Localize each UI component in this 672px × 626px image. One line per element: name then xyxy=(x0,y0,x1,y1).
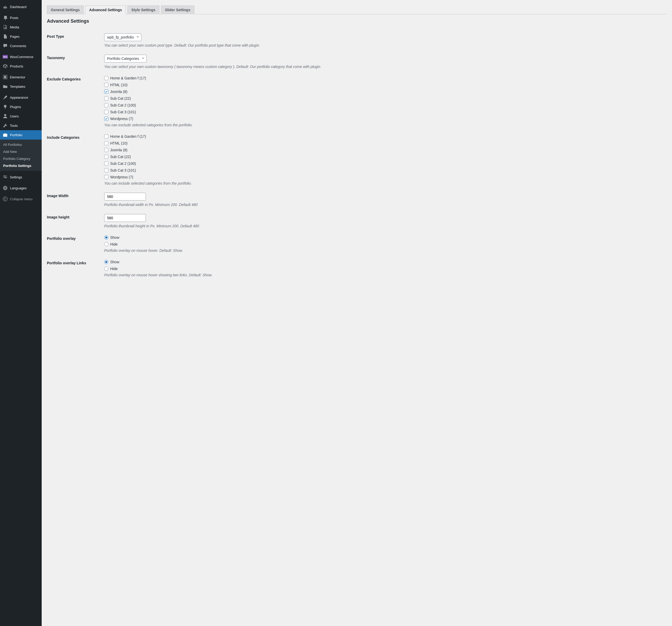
sidebar-item-settings[interactable]: Settings xyxy=(0,172,42,182)
taxonomy-value: Portfolio Categories xyxy=(107,56,139,61)
exclude-checkbox[interactable] xyxy=(104,103,109,107)
image-width-desc: Portfolio thumbnail width in Px. Minimum… xyxy=(104,202,667,207)
sidebar-item-users[interactable]: Users xyxy=(0,112,42,121)
overlay-radio-label: Hide xyxy=(110,242,118,246)
sidebar-item-dashboard[interactable]: Dashboard xyxy=(0,2,42,11)
sidebar-item-label: Dashboard xyxy=(10,5,27,9)
include-checkbox[interactable] xyxy=(104,155,109,159)
include-checkbox-label: HTML (10) xyxy=(110,141,127,145)
sidebar-item-label: Posts xyxy=(10,16,19,20)
include-checkbox-row[interactable]: Wordpress (7) xyxy=(104,175,667,179)
exclude-checkbox[interactable] xyxy=(104,96,109,100)
exclude-checkbox[interactable] xyxy=(104,110,109,114)
include-checkbox[interactable] xyxy=(104,135,109,139)
sidebar-item-plugins[interactable]: Plugins xyxy=(0,102,42,112)
submenu-item-add-new[interactable]: Add New xyxy=(0,148,42,155)
post-type-select[interactable]: wpb_fp_portfolio xyxy=(104,33,141,41)
sidebar-item-languages[interactable]: Languages xyxy=(0,183,42,193)
dashboard-icon xyxy=(3,4,8,9)
overlay-radio-row[interactable]: Hide xyxy=(104,242,667,246)
exclude-checkbox[interactable] xyxy=(104,117,109,121)
tab-general-settings[interactable]: General Settings xyxy=(47,5,83,14)
include-checkbox-row[interactable]: Sub Cat 2 (100) xyxy=(104,162,667,166)
page-title: Advanced Settings xyxy=(47,19,667,24)
include-desc: You can include selected categories from… xyxy=(104,181,667,186)
include-checkbox-row[interactable]: Joomla (8) xyxy=(104,148,667,152)
include-checkbox[interactable] xyxy=(104,175,109,179)
sidebar-item-media[interactable]: Media xyxy=(0,22,42,32)
exclude-label: Exclude Categories xyxy=(47,76,104,127)
include-checkbox-row[interactable]: Sub Cat 3 (101) xyxy=(104,168,667,172)
exclude-checkbox-row[interactable]: HTML (10) xyxy=(104,83,667,87)
overlay-radio[interactable] xyxy=(104,235,109,240)
post-type-label: Post Type xyxy=(47,33,104,47)
exclude-checkbox-label: Sub Cat 2 (100) xyxy=(110,103,136,107)
include-checkbox[interactable] xyxy=(104,168,109,172)
exclude-checkbox[interactable] xyxy=(104,76,109,80)
taxonomy-select[interactable]: Portfolio Categories xyxy=(104,55,147,63)
include-checkbox-row[interactable]: Home & Garden f (17) xyxy=(104,135,667,139)
sidebar-item-label: WooCommerce xyxy=(10,55,33,59)
sidebar-item-portfolio[interactable]: Portfolio xyxy=(0,130,42,140)
include-checkbox[interactable] xyxy=(104,162,109,166)
exclude-checkbox-row[interactable]: Home & Garden f (17) xyxy=(104,76,667,80)
exclude-checkbox-row[interactable]: Sub Cat 2 (100) xyxy=(104,103,667,107)
exclude-checkbox-row[interactable]: Wordpress (7) xyxy=(104,117,667,121)
pages-icon xyxy=(3,34,8,39)
include-checkbox-row[interactable]: Sub Cat (22) xyxy=(104,155,667,159)
sidebar-item-label: Portfolio xyxy=(10,133,22,137)
admin-sidebar: DashboardPostsMediaPagesCommentsWooWooCo… xyxy=(0,0,42,626)
exclude-checkbox-label: Wordpress (7) xyxy=(110,117,133,121)
sidebar-item-elementor[interactable]: EElementor xyxy=(0,72,42,82)
overlay-radio-row[interactable]: Show xyxy=(104,235,667,240)
overlay-radio[interactable] xyxy=(104,242,109,246)
tab-advanced-settings[interactable]: Advanced Settings xyxy=(85,5,126,14)
submenu-item-portfolio-settings[interactable]: Portfolio Settings xyxy=(0,162,42,169)
post-type-value: wpb_fp_portfolio xyxy=(107,35,134,39)
image-width-label: Image Width xyxy=(47,193,104,207)
tab-slider-settings[interactable]: Slider Settings xyxy=(161,5,194,14)
overlay-links-radio[interactable] xyxy=(104,260,109,264)
include-checkbox-row[interactable]: HTML (10) xyxy=(104,141,667,145)
include-checkbox-label: Wordpress (7) xyxy=(110,175,133,179)
collapse-menu-button[interactable]: Collapse menu xyxy=(0,194,42,203)
exclude-checkbox[interactable] xyxy=(104,83,109,87)
sidebar-item-pages[interactable]: Pages xyxy=(0,32,42,41)
sidebar-item-templates[interactable]: Templates xyxy=(0,82,42,91)
sidebar-item-label: Tools xyxy=(10,124,18,127)
exclude-checkbox-row[interactable]: Sub Cat (22) xyxy=(104,96,667,100)
overlay-radio-label: Show xyxy=(110,235,119,240)
collapse-label: Collapse menu xyxy=(10,197,32,201)
sidebar-item-label: Templates xyxy=(10,85,25,89)
overlay-desc: Portfolio overlay on mouse hover. Defaul… xyxy=(104,248,667,252)
exclude-checkbox-row[interactable]: Joomla (8) xyxy=(104,90,667,94)
include-checkbox-label: Sub Cat 3 (101) xyxy=(110,168,136,172)
exclude-checkbox[interactable] xyxy=(104,90,109,94)
sidebar-item-label: Settings xyxy=(10,175,22,179)
overlay-links-radio-row[interactable]: Hide xyxy=(104,267,667,271)
sidebar-item-tools[interactable]: Tools xyxy=(0,121,42,130)
portfolio-submenu: All PortfoliosAdd NewPortfolio CategoryP… xyxy=(0,140,42,171)
sidebar-item-products[interactable]: Products xyxy=(0,62,42,71)
sidebar-item-label: Elementor xyxy=(10,75,25,79)
sidebar-item-appearance[interactable]: Appearance xyxy=(0,93,42,102)
overlay-links-radio[interactable] xyxy=(104,267,109,271)
include-checkbox[interactable] xyxy=(104,148,109,152)
submenu-item-portfolio-category[interactable]: Portfolio Category xyxy=(0,155,42,162)
include-checkbox-label: Joomla (8) xyxy=(110,148,127,152)
image-height-input[interactable] xyxy=(104,214,146,222)
exclude-checkbox-row[interactable]: Sub Cat 3 (101) xyxy=(104,110,667,114)
woo-icon: Woo xyxy=(3,54,8,59)
folder-icon xyxy=(3,84,8,89)
main-content: General SettingsAdvanced SettingsStyle S… xyxy=(42,0,672,626)
tab-style-settings[interactable]: Style Settings xyxy=(127,5,160,14)
sidebar-item-woocommerce[interactable]: WooWooCommerce xyxy=(0,52,42,62)
sidebar-item-posts[interactable]: Posts xyxy=(0,13,42,22)
include-checkbox[interactable] xyxy=(104,141,109,145)
media-icon xyxy=(3,24,8,30)
submenu-item-all-portfolios[interactable]: All Portfolios xyxy=(0,141,42,148)
sidebar-item-label: Pages xyxy=(10,34,20,39)
image-width-input[interactable] xyxy=(104,193,146,200)
overlay-links-radio-row[interactable]: Show xyxy=(104,260,667,264)
sidebar-item-comments[interactable]: Comments xyxy=(0,41,42,50)
